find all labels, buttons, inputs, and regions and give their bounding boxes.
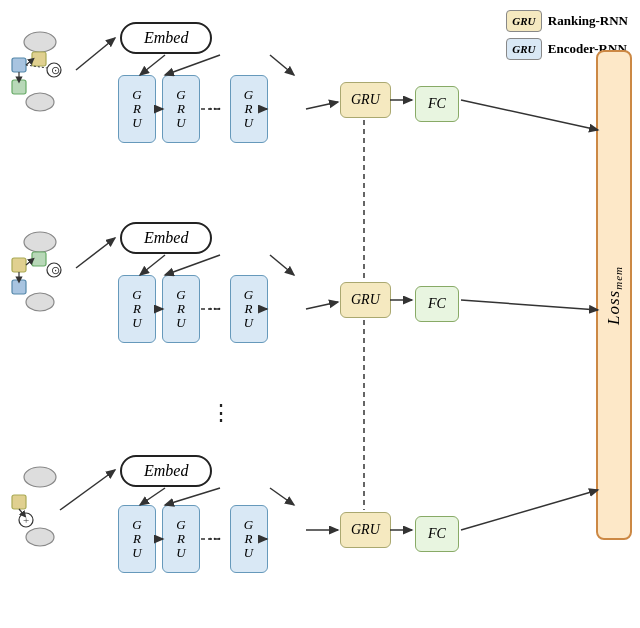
fc-label-1: FC (428, 96, 446, 112)
gru-rank-label-2: GRU (351, 292, 380, 308)
gru-rank-label-1: GRU (351, 92, 380, 108)
loss-label: Lossmem (604, 266, 624, 325)
gru-enc-1-3: GRU (230, 75, 268, 143)
embed-box-1: Embed (120, 22, 212, 54)
embed-box-2: Embed (120, 222, 212, 254)
svg-line-38 (270, 255, 294, 275)
svg-line-32 (306, 102, 338, 109)
input-graph-2: ⊙ (4, 230, 76, 324)
svg-line-56 (461, 490, 598, 530)
svg-line-50 (270, 488, 294, 505)
svg-line-37 (165, 255, 220, 275)
svg-rect-1 (12, 58, 26, 72)
svg-line-42 (306, 302, 338, 309)
embed-box-3: Embed (120, 455, 212, 487)
legend-encoder-box: GRU (506, 38, 542, 60)
svg-point-0 (24, 32, 56, 52)
hdots-3: ··· (208, 529, 222, 550)
gru-encoder-row-3: GRU GRU ··· GRU (118, 505, 268, 573)
diagram: GRU Ranking-RNN GRU Encoder-RNN Lossmem (0, 0, 640, 628)
svg-line-28 (270, 55, 294, 75)
gru-enc-3-3: GRU (230, 505, 268, 573)
input-graph-1: ⊙ (4, 30, 76, 124)
svg-rect-11 (12, 258, 26, 272)
svg-text:⊙: ⊙ (51, 264, 60, 276)
fc-box-1: FC (415, 86, 459, 122)
svg-line-44 (461, 300, 598, 310)
embed-label-3: Embed (144, 462, 188, 479)
legend-ranking: GRU Ranking-RNN (506, 10, 628, 32)
embed-label-2: Embed (144, 229, 188, 246)
svg-rect-3 (12, 80, 26, 94)
fc-label-2: FC (428, 296, 446, 312)
vertical-dots: ⋮ (210, 400, 234, 426)
svg-line-15 (26, 260, 32, 265)
gru-encoder-row-2: GRU GRU ··· GRU (118, 275, 268, 343)
gru-encoder-row-1: GRU GRU ··· GRU (118, 75, 268, 143)
svg-point-19 (24, 467, 56, 487)
gru-rank-label-3: GRU (351, 522, 380, 538)
hdots-2: ··· (208, 299, 222, 320)
svg-rect-13 (12, 280, 26, 294)
gru-ranking-3: GRU (340, 512, 391, 548)
gru-enc-2-2: GRU (162, 275, 200, 343)
svg-line-48 (140, 488, 165, 505)
input-graph-3: + (4, 465, 76, 559)
svg-point-21 (26, 528, 54, 546)
fc-label-3: FC (428, 526, 446, 542)
svg-line-27 (165, 55, 220, 75)
svg-line-49 (165, 488, 220, 505)
svg-rect-2 (32, 52, 46, 66)
svg-line-35 (76, 238, 115, 268)
gru-enc-1-2: GRU (162, 75, 200, 143)
gru-enc-3-2: GRU (162, 505, 200, 573)
svg-line-25 (76, 38, 115, 70)
legend-ranking-gru: GRU (512, 15, 535, 27)
svg-text:⊙: ⊙ (51, 64, 60, 76)
svg-line-34 (461, 100, 598, 130)
svg-rect-12 (32, 252, 46, 266)
svg-point-10 (24, 232, 56, 252)
svg-text:+: + (23, 514, 29, 526)
fc-box-2: FC (415, 286, 459, 322)
gru-ranking-1: GRU (340, 82, 391, 118)
gru-enc-2-1: GRU (118, 275, 156, 343)
arrows-overlay (0, 0, 640, 628)
loss-box: Lossmem (596, 50, 632, 540)
svg-line-36 (140, 255, 165, 275)
legend-ranking-box: GRU (506, 10, 542, 32)
hdots-1: ··· (208, 99, 222, 120)
embed-label-1: Embed (144, 29, 188, 46)
legend-encoder-gru: GRU (512, 43, 535, 55)
svg-rect-20 (12, 495, 26, 509)
svg-point-14 (26, 293, 54, 311)
gru-ranking-2: GRU (340, 282, 391, 318)
svg-point-4 (26, 93, 54, 111)
gru-enc-3-1: GRU (118, 505, 156, 573)
svg-line-5 (26, 60, 32, 65)
svg-line-26 (140, 55, 165, 75)
legend-ranking-label: Ranking-RNN (548, 13, 628, 29)
gru-enc-1-1: GRU (118, 75, 156, 143)
gru-enc-2-3: GRU (230, 275, 268, 343)
fc-box-3: FC (415, 516, 459, 552)
